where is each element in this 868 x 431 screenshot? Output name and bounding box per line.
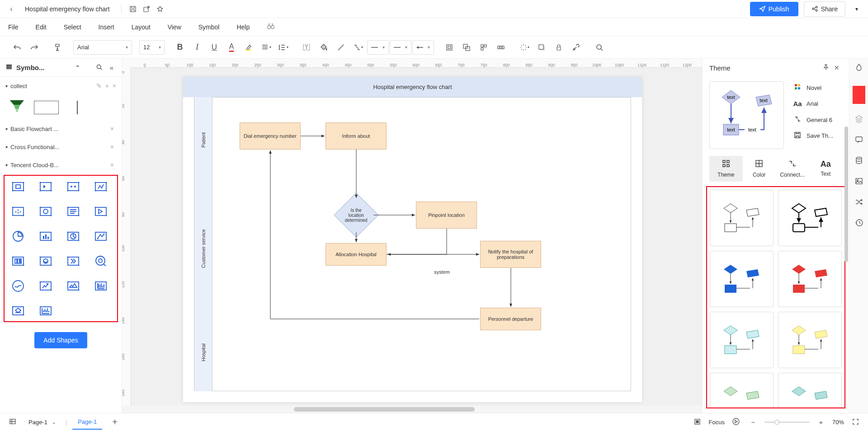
lock-icon[interactable] [551, 39, 567, 56]
fullscreen-icon[interactable] [849, 418, 861, 426]
node-inform-about[interactable]: Inform about [326, 122, 387, 150]
section-basic-flowchart[interactable]: ▾ Basic Flowchart ... × [0, 120, 122, 138]
add-icon[interactable]: + [105, 82, 109, 89]
tab-theme[interactable]: Theme [709, 156, 743, 182]
search-icon[interactable] [591, 39, 608, 56]
section-tencent-cloud[interactable]: ▾ Tencent Cloud-B... × [0, 156, 122, 174]
tools-icon[interactable] [568, 39, 584, 56]
shape-item[interactable] [10, 253, 26, 269]
focus-mode-icon[interactable] [692, 418, 703, 426]
theme-prop-save[interactable]: Save Th... [793, 132, 842, 140]
node-pinpoint[interactable]: Pinpoint location [416, 201, 477, 229]
redo-icon[interactable] [26, 39, 42, 56]
shape-item[interactable] [93, 278, 109, 294]
rect-shape[interactable] [34, 101, 59, 114]
export-icon[interactable] [140, 2, 153, 16]
close-icon[interactable]: ✕ [831, 64, 842, 71]
section-cross-functional[interactable]: ▾ Cross Functional... × [0, 138, 122, 156]
layers-icon[interactable] [853, 113, 865, 125]
theme-card[interactable] [710, 190, 774, 246]
node-allocation-hospital[interactable]: Allocation Hospital [326, 243, 387, 266]
group2-icon[interactable] [458, 39, 475, 56]
shape-item[interactable] [66, 253, 81, 269]
node-notify-hospital[interactable]: Notify the hospital of preparations [480, 241, 541, 268]
pin-icon[interactable] [821, 64, 831, 72]
menu-file[interactable]: File [8, 23, 19, 31]
publish-button[interactable]: Publish [750, 2, 798, 16]
chevron-up-icon[interactable]: ⌃ [75, 64, 80, 71]
star-icon[interactable] [153, 2, 167, 16]
menu-insert[interactable]: Insert [99, 23, 114, 31]
shape-item[interactable] [10, 303, 26, 319]
shape-item[interactable] [66, 278, 81, 294]
presentation-icon[interactable] [730, 418, 742, 426]
undo-icon[interactable] [9, 39, 25, 56]
search-icon[interactable] [94, 64, 104, 72]
shape-item[interactable] [38, 278, 53, 294]
comment-icon[interactable] [853, 134, 865, 145]
pages-icon[interactable] [7, 418, 19, 426]
shape-item[interactable] [38, 178, 53, 194]
shape-item[interactable] [93, 203, 109, 219]
lane-customer-service[interactable]: Customer service [194, 183, 212, 314]
close-icon[interactable]: × [113, 82, 116, 89]
theme-card[interactable] [710, 251, 774, 307]
section-collect[interactable]: ▾ collect ✎+× [0, 77, 122, 95]
more-menu[interactable]: ▾ [850, 6, 863, 12]
line-color-icon[interactable] [333, 39, 349, 56]
lane-hospital[interactable]: Hospital [194, 314, 212, 391]
shape-item[interactable] [66, 178, 81, 194]
drop-icon[interactable] [853, 61, 865, 73]
save-icon[interactable] [126, 2, 140, 16]
theme-card[interactable] [778, 251, 842, 307]
tab-connect[interactable]: Connect... [776, 156, 809, 182]
database-icon[interactable] [853, 155, 865, 166]
close-icon[interactable]: × [110, 161, 114, 169]
align-icon[interactable]: ▾ [258, 39, 274, 56]
shape-item[interactable] [38, 228, 53, 244]
shape-item[interactable] [66, 203, 81, 219]
shape-item[interactable] [10, 278, 26, 294]
zoom-out-icon[interactable]: − [747, 418, 759, 426]
font-color-icon[interactable]: A [223, 39, 240, 56]
lane-patient[interactable]: Patient [194, 97, 212, 183]
node-is-location[interactable]: Is the location determined [334, 193, 379, 238]
page-select[interactable]: Page-1 ⌄ [24, 417, 60, 427]
shape-item[interactable] [10, 178, 26, 194]
page[interactable]: Hospital emergency flow chart Patient Cu… [183, 77, 642, 402]
line-style-select[interactable]: ▾ [367, 40, 389, 55]
arrow-end-select[interactable]: ▾ [390, 40, 411, 55]
bold-icon[interactable]: B [172, 39, 188, 56]
menu-symbol[interactable]: Symbol [198, 23, 220, 31]
font-select[interactable]: Arial ▾ [73, 40, 132, 55]
theme-prop-connector[interactable]: General 6 [793, 116, 842, 124]
arrow-start-select[interactable]: ▾ [412, 40, 434, 55]
distribute-icon[interactable] [493, 39, 509, 56]
line-spacing-icon[interactable]: ▾ [275, 39, 291, 56]
shape-item[interactable] [93, 228, 109, 244]
shape-item[interactable] [38, 303, 53, 319]
effects-icon[interactable]: ▾ [516, 39, 533, 56]
text-box-icon[interactable]: T [298, 39, 315, 56]
theme-prop-font[interactable]: AaArial [793, 100, 842, 108]
zoom-in-icon[interactable]: + [815, 418, 827, 426]
back-button[interactable]: ‹ [5, 5, 18, 13]
share-button[interactable]: Share [804, 1, 845, 17]
connector-icon[interactable]: ▾ [350, 39, 366, 56]
shape-item[interactable] [10, 203, 26, 219]
node-personnel-departure[interactable]: Personnel departure [480, 308, 541, 330]
canvas[interactable]: Hospital emergency flow chart Patient Cu… [131, 68, 702, 406]
theme-prop-novel[interactable]: Novel [793, 84, 842, 92]
add-page-button[interactable]: + [108, 417, 122, 427]
right-panel-scrollbar[interactable] [844, 126, 849, 413]
add-shapes-button[interactable]: Add Shapes [34, 332, 87, 348]
tab-color[interactable]: Color [743, 156, 776, 182]
shape-item[interactable] [38, 203, 53, 219]
theme-card[interactable] [710, 373, 774, 408]
node-dial-emergency[interactable]: Dial emergency number [240, 122, 301, 150]
close-icon[interactable]: × [110, 143, 114, 150]
menu-layout[interactable]: Layout [132, 23, 151, 31]
menu-binoculars-icon[interactable] [267, 22, 275, 32]
close-icon[interactable]: × [110, 125, 114, 132]
menu-edit[interactable]: Edit [36, 23, 47, 31]
